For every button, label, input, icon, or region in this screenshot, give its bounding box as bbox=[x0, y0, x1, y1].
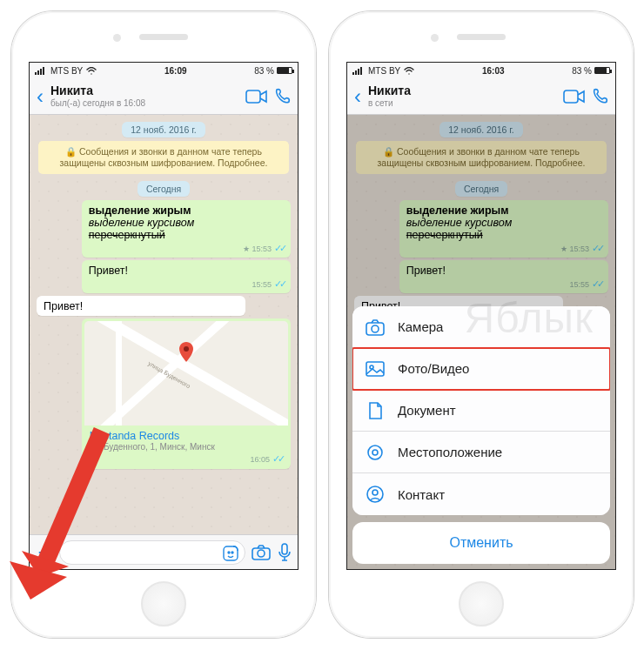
read-ticks-icon: ✓✓ bbox=[592, 278, 602, 289]
sheet-cancel-button[interactable]: Отменить bbox=[352, 522, 610, 564]
bold-text: выделение жирым bbox=[89, 204, 191, 217]
encryption-notice: 🔒 Сообщения и звонки в данном чате тепер… bbox=[356, 141, 607, 174]
status-bar: MTS BY 16:03 83 % bbox=[347, 63, 615, 78]
chat-title: Никита bbox=[368, 84, 558, 97]
strike-text: перечеркнутый bbox=[406, 229, 483, 241]
read-ticks-icon: ✓✓ bbox=[592, 243, 602, 253]
message-time: 15:55 bbox=[252, 280, 272, 289]
sticker-icon[interactable] bbox=[222, 545, 239, 566]
chat-title-block[interactable]: Никита был(-а) сегодня в 16:08 bbox=[50, 84, 240, 107]
svg-rect-4 bbox=[246, 90, 260, 103]
svg-point-10 bbox=[258, 550, 265, 557]
svg-point-7 bbox=[228, 552, 230, 553]
sheet-item-contact[interactable]: Контакт bbox=[352, 473, 610, 515]
wifi-icon bbox=[86, 67, 97, 75]
strike-text: перечеркнутый bbox=[89, 229, 165, 241]
message-text: Привет! bbox=[406, 265, 446, 277]
cancel-label: Отменить bbox=[449, 535, 513, 551]
date-pill: 12 нояб. 2016 г. bbox=[122, 122, 205, 137]
chat-subtitle: был(-а) сегодня в 16:08 bbox=[50, 98, 240, 108]
svg-rect-13 bbox=[352, 72, 354, 75]
chat-title-block[interactable]: Никита в сети bbox=[368, 84, 558, 107]
nav-bar: ‹ Никита в сети bbox=[347, 78, 615, 115]
svg-rect-15 bbox=[358, 69, 359, 75]
sheet-label: Контакт bbox=[398, 487, 445, 502]
video-call-icon[interactable] bbox=[245, 88, 268, 105]
star-icon: ★ bbox=[243, 245, 250, 253]
message-time: 16:05 bbox=[250, 455, 270, 464]
back-button[interactable]: ‹ bbox=[352, 84, 363, 109]
battery-icon bbox=[594, 67, 610, 74]
italic-text: выделение курсивом bbox=[406, 217, 513, 229]
svg-rect-11 bbox=[282, 544, 287, 554]
svg-point-19 bbox=[372, 325, 379, 332]
svg-rect-0 bbox=[35, 72, 37, 75]
read-ticks-icon: ✓✓ bbox=[272, 453, 283, 464]
battery-label: 83 % bbox=[572, 66, 592, 76]
video-call-icon[interactable] bbox=[563, 88, 586, 105]
sheet-label: Документ bbox=[398, 403, 456, 418]
message-out-location[interactable]: улица Буденного Nestanda Records ул. Буд… bbox=[82, 318, 291, 469]
clock-label: 16:03 bbox=[482, 66, 505, 76]
message-time: 15:53 bbox=[252, 245, 272, 253]
sheet-item-camera[interactable]: Камера bbox=[352, 306, 610, 348]
sheet-item-document[interactable]: Документ bbox=[352, 390, 610, 432]
gallery-icon bbox=[365, 359, 386, 379]
bold-text: выделение жирым bbox=[406, 204, 509, 217]
battery-icon bbox=[277, 67, 292, 74]
sheet-item-photo-video[interactable]: Фото/Видео bbox=[352, 348, 610, 390]
svg-point-5 bbox=[184, 346, 189, 352]
message-text: Привет! bbox=[89, 265, 128, 277]
svg-rect-6 bbox=[224, 546, 238, 560]
wifi-icon bbox=[404, 67, 414, 75]
message-out-hello[interactable]: Привет! 15:55✓✓ bbox=[82, 260, 291, 293]
sheet-label: Камера bbox=[398, 319, 443, 334]
message-in-hello[interactable]: Привет! bbox=[37, 296, 245, 316]
message-time: 15:53 bbox=[569, 245, 589, 253]
attach-button[interactable]: + bbox=[35, 539, 54, 566]
svg-point-22 bbox=[368, 446, 382, 459]
phone-speaker bbox=[457, 34, 506, 40]
camera-icon[interactable] bbox=[251, 544, 272, 561]
star-icon: ★ bbox=[560, 245, 567, 253]
svg-rect-17 bbox=[564, 90, 578, 103]
phone-mockup-left: MTS BY 16:09 83 % ‹ Никита был(-а) сегод… bbox=[11, 11, 316, 638]
camera-icon bbox=[365, 318, 386, 337]
clock-label: 16:09 bbox=[164, 66, 187, 76]
voice-call-icon[interactable] bbox=[273, 87, 292, 106]
phone-camera-dot bbox=[431, 34, 439, 42]
svg-rect-3 bbox=[43, 67, 44, 75]
chat-subtitle: в сети bbox=[368, 98, 558, 108]
screen-right: MTS BY 16:03 83 % ‹ Никита в сети 12 ноя… bbox=[346, 62, 616, 570]
sheet-label: Фото/Видео bbox=[398, 361, 469, 376]
attach-action-sheet: Камера Фото/Видео Документ Местоположени… bbox=[352, 306, 610, 564]
read-ticks-icon: ✓✓ bbox=[274, 243, 285, 253]
svg-point-23 bbox=[372, 450, 378, 455]
svg-rect-18 bbox=[366, 323, 384, 335]
contact-icon bbox=[365, 485, 386, 504]
message-input[interactable] bbox=[59, 540, 245, 565]
carrier-label: MTS BY bbox=[368, 66, 400, 76]
battery-label: 83 % bbox=[254, 66, 274, 76]
encryption-notice[interactable]: 🔒 Сообщения и звонки в данном чате тепер… bbox=[38, 141, 289, 174]
status-bar: MTS BY 16:09 83 % bbox=[30, 63, 298, 78]
chat-area[interactable]: 12 нояб. 2016 г. 🔒 Сообщения и звонки в … bbox=[30, 115, 298, 534]
home-button[interactable] bbox=[141, 581, 186, 627]
svg-rect-1 bbox=[37, 70, 39, 75]
sheet-item-location[interactable]: Местоположение bbox=[352, 432, 610, 473]
phone-speaker bbox=[139, 34, 188, 40]
svg-point-8 bbox=[231, 552, 233, 553]
voice-call-icon[interactable] bbox=[591, 87, 610, 106]
message-out-formatting[interactable]: выделение жирым выделение курсивом переч… bbox=[82, 200, 291, 258]
location-icon bbox=[365, 443, 386, 462]
mic-icon[interactable] bbox=[277, 543, 292, 562]
carrier-label: MTS BY bbox=[50, 66, 83, 76]
input-bar: + bbox=[30, 534, 298, 569]
back-button[interactable]: ‹ bbox=[35, 84, 45, 109]
location-map[interactable]: улица Буденного bbox=[84, 321, 288, 426]
svg-rect-20 bbox=[366, 362, 384, 376]
map-pin-icon bbox=[178, 342, 194, 363]
svg-rect-16 bbox=[360, 67, 362, 75]
read-ticks-icon: ✓✓ bbox=[274, 278, 285, 289]
home-button[interactable] bbox=[459, 581, 504, 627]
